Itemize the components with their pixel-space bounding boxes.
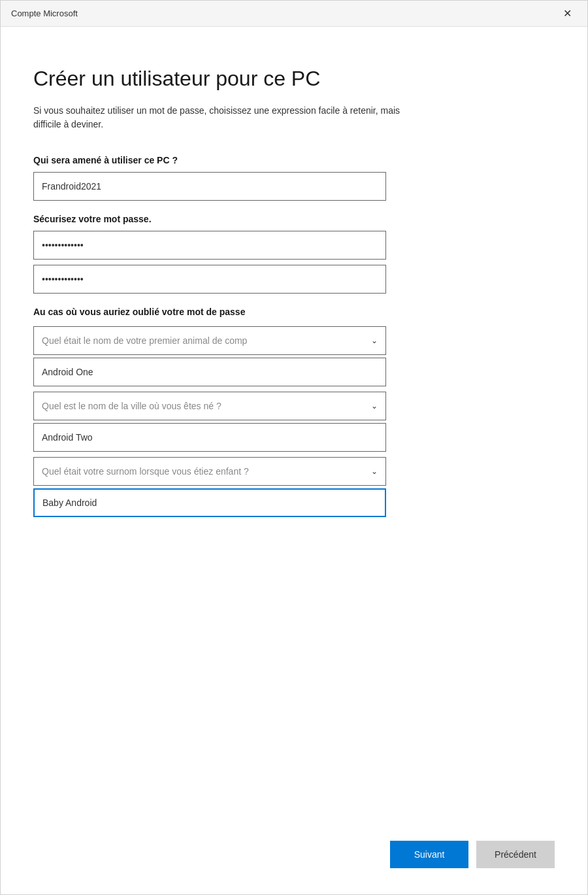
chevron-down-icon-3: ⌄ xyxy=(371,467,378,476)
answer1-input[interactable] xyxy=(33,358,386,386)
security-section: Au cas où vous auriez oublié votre mot d… xyxy=(33,307,555,520)
username-group: Qui sera amené à utiliser ce PC ? xyxy=(33,155,555,201)
answer2-input[interactable] xyxy=(33,423,386,452)
subtitle-text: Si vous souhaitez utiliser un mot de pas… xyxy=(33,104,425,131)
question1-dropdown[interactable]: Quel était le nom de votre premier anima… xyxy=(33,326,386,355)
prev-button[interactable]: Précédent xyxy=(476,841,555,868)
close-button[interactable]: ✕ xyxy=(557,4,577,24)
answer3-input[interactable] xyxy=(33,488,386,517)
question1-placeholder: Quel était le nom de votre premier anima… xyxy=(42,335,247,346)
content-area: Créer un utilisateur pour ce PC Si vous … xyxy=(1,27,587,828)
password-group: Sécurisez votre mot passe. xyxy=(33,214,555,294)
next-button[interactable]: Suivant xyxy=(390,841,468,868)
chevron-down-icon-1: ⌄ xyxy=(371,336,378,345)
main-window: Compte Microsoft ✕ Créer un utilisateur … xyxy=(0,0,588,895)
question2-placeholder: Quel est le nom de la ville où vous êtes… xyxy=(42,401,221,411)
question3-placeholder: Quel était votre surnom lorsque vous éti… xyxy=(42,466,249,477)
question2-dropdown[interactable]: Quel est le nom de la ville où vous êtes… xyxy=(33,392,386,420)
footer: Suivant Précédent xyxy=(1,828,587,894)
chevron-down-icon-2: ⌄ xyxy=(371,401,378,411)
title-bar: Compte Microsoft ✕ xyxy=(1,1,587,27)
password-label: Sécurisez votre mot passe. xyxy=(33,214,555,224)
security-group-1: Quel était le nom de votre premier anima… xyxy=(33,326,555,389)
security-group-2: Quel est le nom de la ville où vous êtes… xyxy=(33,392,555,454)
security-label: Au cas où vous auriez oublié votre mot d… xyxy=(33,307,555,317)
username-label: Qui sera amené à utiliser ce PC ? xyxy=(33,155,555,165)
username-input[interactable] xyxy=(33,172,386,201)
question3-dropdown[interactable]: Quel était votre surnom lorsque vous éti… xyxy=(33,457,386,486)
security-group-3: Quel était votre surnom lorsque vous éti… xyxy=(33,457,555,520)
page-title: Créer un utilisateur pour ce PC xyxy=(33,66,555,91)
password-input[interactable] xyxy=(33,231,386,260)
window-title: Compte Microsoft xyxy=(11,8,78,18)
password-confirm-input[interactable] xyxy=(33,265,386,294)
